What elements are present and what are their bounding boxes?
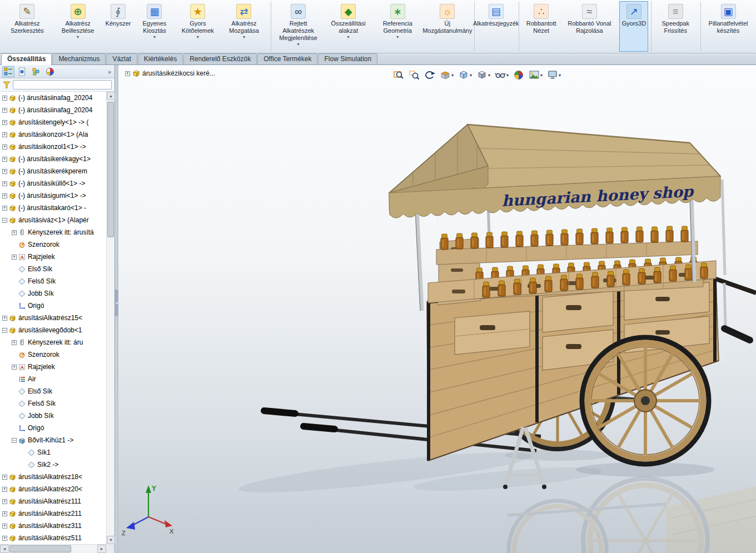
ribbon-button[interactable]: Alkatrész Szerkesztés <box>2 1 52 52</box>
tree-item[interactable]: A <box>0 251 106 263</box>
tree-expand-toggle[interactable] <box>2 157 7 162</box>
tree-vertical-scrollbar[interactable] <box>106 92 115 544</box>
tree-item[interactable]: A <box>0 104 106 116</box>
tree-item[interactable]: A <box>0 238 106 251</box>
tree-item[interactable]: A <box>0 336 106 348</box>
previous-view-button[interactable] <box>423 68 436 82</box>
tree-item[interactable]: A <box>0 287 106 300</box>
ribbon-button[interactable]: Új Mozgástanulmány <box>424 1 471 52</box>
tree-item[interactable]: A <box>0 153 106 165</box>
tree-horizontal-scrollbar[interactable] <box>0 544 106 553</box>
tree-item[interactable]: A <box>0 361 106 373</box>
tree-expand-toggle[interactable] <box>2 96 7 101</box>
ribbon-button[interactable]: Speedpak Frissítés <box>651 1 698 52</box>
display-style-button[interactable]: ▾ <box>475 68 491 82</box>
scroll-right-icon[interactable] <box>97 545 106 553</box>
propertymanager-tab-icon[interactable] <box>16 66 28 77</box>
displaymanager-tab-icon[interactable] <box>44 66 56 77</box>
tree-expand-toggle[interactable] <box>2 120 7 125</box>
tree-expand-toggle[interactable] <box>2 328 7 333</box>
tree-expand-toggle[interactable] <box>2 487 7 492</box>
dropdown-caret-icon[interactable]: ▾ <box>559 73 561 78</box>
tree-item[interactable]: A <box>0 300 106 312</box>
filter-funnel-icon[interactable] <box>3 81 11 89</box>
tree-expand-toggle[interactable] <box>12 230 17 235</box>
tree-expand-toggle[interactable] <box>2 316 7 321</box>
tree-expand-toggle[interactable] <box>12 255 17 260</box>
tree-filter-input[interactable] <box>13 80 112 89</box>
tree-item[interactable]: A <box>0 483 106 495</box>
ribbon-button[interactable]: Robbantott Nézet <box>519 1 561 52</box>
breadcrumb-expand-icon[interactable] <box>125 71 130 76</box>
graphics-area[interactable]: hungarian honey shop <box>118 65 756 553</box>
tree-item[interactable]: A <box>0 532 106 544</box>
commandmanager-tab[interactable]: Vázlat <box>106 53 137 64</box>
tree-item[interactable]: A <box>0 397 106 410</box>
tree-item[interactable]: A <box>0 214 106 226</box>
tree-expand-toggle[interactable] <box>12 438 17 443</box>
scroll-up-icon[interactable] <box>107 92 115 100</box>
breadcrumb[interactable]: árusításikézikocsi keré... <box>125 69 215 77</box>
tree-item[interactable]: A <box>0 202 106 214</box>
ribbon-button[interactable]: Alkatrészjegyzék <box>474 1 516 52</box>
tree-expand-toggle[interactable] <box>2 511 7 516</box>
dropdown-caret-icon[interactable]: ▾ <box>488 73 490 78</box>
tree-expand-toggle[interactable] <box>2 108 7 113</box>
tree-expand-toggle[interactable] <box>12 340 17 345</box>
tree-item[interactable]: A <box>0 177 106 190</box>
orientation-triad[interactable]: Y Z X <box>122 485 174 536</box>
commandmanager-tab[interactable]: Flow Simulation <box>318 53 377 64</box>
dropdown-caret-icon[interactable]: ▾ <box>470 73 472 78</box>
tree-item[interactable]: A <box>0 141 106 153</box>
tree-expand-toggle[interactable] <box>2 193 7 198</box>
vertical-scroll-thumb[interactable] <box>107 102 114 237</box>
tree-item[interactable]: A <box>0 275 106 287</box>
tree-expand-toggle[interactable] <box>2 499 7 504</box>
panel-overflow-chevrons[interactable]: » <box>108 68 112 75</box>
tree-expand-toggle[interactable] <box>2 475 7 480</box>
ribbon-button[interactable]: Rejtett Alkatrészek Megjelenítése <box>271 1 324 52</box>
tree-item[interactable]: A <box>0 459 106 471</box>
scroll-down-icon[interactable] <box>107 536 115 544</box>
apply-scene-button[interactable]: ▾ <box>528 68 544 82</box>
ribbon-button[interactable]: Gyors3D <box>619 1 648 52</box>
view-settings-button[interactable]: ▾ <box>546 68 562 82</box>
3d-viewport-canvas[interactable]: hungarian honey shop <box>118 65 756 553</box>
tree-expand-toggle[interactable] <box>2 524 7 529</box>
ribbon-button[interactable]: Alkatrész Beillesztése <box>53 1 103 52</box>
tree-item[interactable]: A <box>0 190 106 202</box>
tree-item[interactable]: A <box>0 446 106 459</box>
tree-item[interactable]: A <box>0 263 106 275</box>
scroll-left-icon[interactable] <box>0 545 9 553</box>
tree-item[interactable]: A <box>0 348 106 361</box>
commandmanager-tab[interactable]: Összeállítás <box>1 53 52 65</box>
tree-item[interactable]: A <box>0 312 106 324</box>
tree-expand-toggle[interactable] <box>2 169 7 174</box>
tree-item[interactable]: A <box>0 373 106 385</box>
tree-expand-toggle[interactable] <box>2 132 7 137</box>
hide-show-items-button[interactable]: ▾ <box>494 68 510 82</box>
commandmanager-tab[interactable]: Renderelő Eszközök <box>183 53 257 64</box>
ribbon-button[interactable]: Alkatrész Mozgatása <box>220 1 267 52</box>
section-view-button[interactable]: ▾ <box>439 68 455 82</box>
tree-item[interactable]: A <box>0 495 106 507</box>
featuremanager-tab-icon[interactable] <box>2 66 14 77</box>
dropdown-caret-icon[interactable]: ▾ <box>540 73 543 78</box>
tree-item[interactable]: A <box>0 385 106 397</box>
tree-item[interactable]: A <box>0 410 106 422</box>
commandmanager-tab[interactable]: Mechanizmus <box>52 53 106 64</box>
tree-item[interactable]: A <box>0 116 106 128</box>
zoom-to-fit-button[interactable] <box>392 68 405 82</box>
dropdown-caret-icon[interactable]: ▾ <box>451 73 454 78</box>
tree-expand-toggle[interactable] <box>2 145 7 150</box>
ribbon-button[interactable]: Referencia Geometria <box>373 1 422 52</box>
tree-item[interactable]: A <box>0 226 106 238</box>
ribbon-button[interactable]: Összeállítási alakzat <box>325 1 372 52</box>
tree-expand-toggle[interactable] <box>2 536 7 541</box>
tree-expand-toggle[interactable] <box>2 206 7 211</box>
ribbon-button[interactable]: Egyenes Kiosztás <box>134 1 176 52</box>
commandmanager-tab[interactable]: Kiértékelés <box>138 53 183 64</box>
tree-item[interactable]: A <box>0 471 106 483</box>
tree-item[interactable]: A <box>0 507 106 520</box>
zoom-to-area-button[interactable] <box>407 68 421 82</box>
